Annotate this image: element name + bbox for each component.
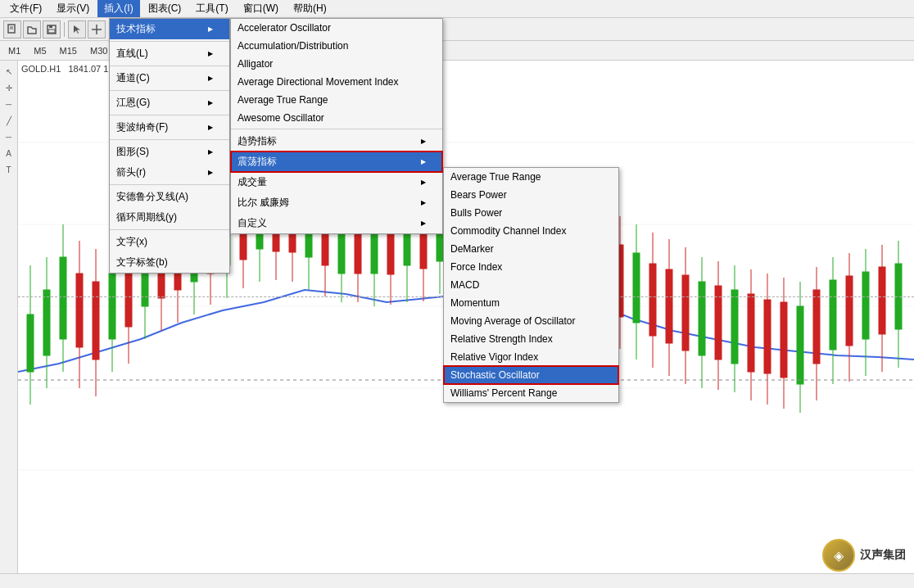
menu-item-shapes[interactable]: 图形(S) <box>110 142 229 162</box>
menu-insert[interactable]: 插入(I) <box>97 0 139 17</box>
menu-item-line[interactable]: 直线(L) <box>110 43 229 64</box>
osc-cci-label: Commodity Channel Index <box>450 225 566 237</box>
tech-item-custom[interactable]: 自定义 <box>231 213 442 233</box>
menu-tools[interactable]: 工具(T) <box>189 0 234 17</box>
osc-item-bears[interactable]: Bears Power <box>444 186 618 204</box>
osc-item-atr[interactable]: Average True Range <box>444 168 618 186</box>
shapes-label: 图形(S) <box>116 145 149 159</box>
menu-item-tech-indicators[interactable]: 技术指标 <box>110 19 229 39</box>
line-label: 直线(L) <box>116 47 148 61</box>
tech-item-oscillator[interactable]: 震荡指标 <box>231 152 442 172</box>
osc-item-rvi[interactable]: Relative Vigor Index <box>444 348 618 366</box>
menu-help[interactable]: 帮助(H) <box>287 0 333 17</box>
oscillator-submenu: Average True Range Bears Power Bulls Pow… <box>443 167 619 403</box>
osc-item-mao[interactable]: Moving Average of Oscillator <box>444 312 618 330</box>
andrews-label: 安德鲁分叉线(A) <box>116 190 188 204</box>
cycle-label: 循环周期线(y) <box>116 210 177 224</box>
textlabel-label: 文字标签(b) <box>116 256 168 269</box>
sep <box>110 41 229 42</box>
osc-demarker-label: DeMarker <box>450 243 494 255</box>
osc-item-bulls[interactable]: Bulls Power <box>444 204 618 222</box>
menu-window[interactable]: 窗口(W) <box>237 0 285 17</box>
trend-label: 趋势指标 <box>238 134 277 148</box>
osc-williams-label: Williams' Percent Range <box>450 387 557 399</box>
sep5 <box>110 139 229 140</box>
insert-menu-dropdown: 技术指标 直线(L) 通道(C) 江恩(G) 斐波纳奇(F) 图形(S) 箭头(… <box>109 18 230 274</box>
menu-item-text[interactable]: 文字(x) <box>110 232 229 252</box>
osc-macd-label: MACD <box>450 279 479 291</box>
osc-item-williams[interactable]: Williams' Percent Range <box>444 384 618 402</box>
text-label: 文字(x) <box>116 235 147 249</box>
menu-item-fibonacci[interactable]: 斐波纳奇(F) <box>110 117 229 138</box>
alligator-label: Alligator <box>238 58 273 70</box>
awesome-label: Awesome Oscillator <box>238 112 324 124</box>
fib-label: 斐波纳奇(F) <box>116 120 168 134</box>
osc-rsi-label: Relative Strength Index <box>450 333 553 345</box>
admi-label: Average Directional Movement Index <box>238 76 399 88</box>
oscillator-label: 震荡指标 <box>238 155 277 169</box>
menu-item-text-label[interactable]: 文字标签(b) <box>110 252 229 273</box>
tech-item-trend[interactable]: 趋势指标 <box>231 131 442 152</box>
osc-bears-label: Bears Power <box>450 189 507 201</box>
tech-item-awesome[interactable]: Awesome Oscillator <box>231 109 442 127</box>
menu-view[interactable]: 显示(V) <box>50 0 96 17</box>
menu-chart[interactable]: 图表(C) <box>142 0 188 17</box>
accum-label: Accumulation/Distribution <box>238 40 348 52</box>
menubar: 文件(F) 显示(V) 插入(I) 图表(C) 工具(T) 窗口(W) 帮助(H… <box>0 0 914 18</box>
sep-t1 <box>231 129 442 129</box>
osc-mao-label: Moving Average of Oscillator <box>450 315 576 327</box>
dropdown-overlay: 技术指标 直线(L) 通道(C) 江恩(G) 斐波纳奇(F) 图形(S) 箭头(… <box>0 18 914 588</box>
arrows-label: 箭头(r) <box>116 165 146 179</box>
osc-item-stochastic[interactable]: Stochastic Oscillator <box>444 366 618 384</box>
tech-item-accelerator[interactable]: Accelerator Oscillator <box>231 19 442 37</box>
sep4 <box>110 115 229 115</box>
sep6 <box>110 184 229 185</box>
tech-item-volume[interactable]: 成交量 <box>231 172 442 192</box>
osc-item-macd[interactable]: MACD <box>444 276 618 294</box>
sep2 <box>110 66 229 66</box>
menu-item-gann[interactable]: 江恩(G) <box>110 93 229 113</box>
gann-label: 江恩(G) <box>116 96 150 110</box>
tech-item-bill[interactable]: 比尔 威廉姆 <box>231 192 442 213</box>
osc-momentum-label: Momentum <box>450 297 500 309</box>
tech-indicators-label: 技术指标 <box>116 22 156 36</box>
accelerator-label: Accelerator Oscillator <box>238 22 331 34</box>
atr-label: Average True Range <box>238 94 328 106</box>
osc-item-cci[interactable]: Commodity Channel Index <box>444 222 618 240</box>
osc-bulls-label: Bulls Power <box>450 207 502 219</box>
menu-item-cycle[interactable]: 循环周期线(y) <box>110 207 229 228</box>
channel-label: 通道(C) <box>116 71 150 85</box>
bill-label: 比尔 威廉姆 <box>238 196 289 210</box>
osc-atr-label: Average True Range <box>450 171 541 183</box>
menu-item-channel[interactable]: 通道(C) <box>110 68 229 88</box>
tech-item-accum[interactable]: Accumulation/Distribution <box>231 37 442 55</box>
osc-rvi-label: Relative Vigor Index <box>450 351 538 363</box>
sep3 <box>110 90 229 91</box>
osc-item-rsi[interactable]: Relative Strength Index <box>444 330 618 348</box>
tech-indicators-submenu: Accelerator Oscillator Accumulation/Dist… <box>230 18 443 234</box>
custom-label: 自定义 <box>238 216 267 230</box>
osc-item-momentum[interactable]: Momentum <box>444 294 618 312</box>
osc-stochastic-label: Stochastic Oscillator <box>450 369 540 381</box>
menu-file[interactable]: 文件(F) <box>3 0 48 17</box>
sep7 <box>110 229 229 230</box>
tech-item-alligator[interactable]: Alligator <box>231 55 442 73</box>
osc-force-label: Force Index <box>450 261 502 273</box>
osc-item-demarker[interactable]: DeMarker <box>444 240 618 258</box>
menu-item-andrews[interactable]: 安德鲁分叉线(A) <box>110 187 229 207</box>
osc-item-force[interactable]: Force Index <box>444 258 618 276</box>
volume-label: 成交量 <box>238 175 267 189</box>
menu-item-arrows[interactable]: 箭头(r) <box>110 162 229 183</box>
tech-item-atr[interactable]: Average True Range <box>231 91 442 109</box>
tech-item-admi[interactable]: Average Directional Movement Index <box>231 73 442 91</box>
